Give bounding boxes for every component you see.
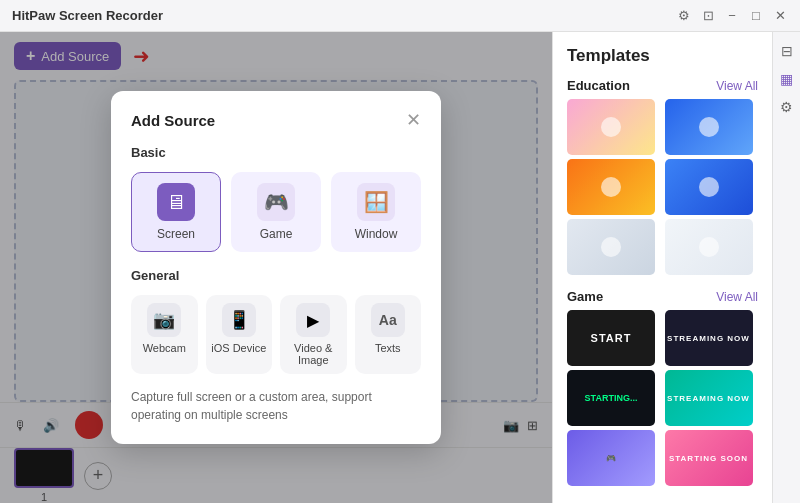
modal-close-button[interactable]: ✕ [406, 111, 421, 129]
game-text-4: STREAMING NOW [667, 394, 750, 403]
ios-label: iOS Device [211, 342, 266, 354]
education-section-header: Education View All [553, 72, 772, 97]
texts-icon: Aa [371, 303, 405, 337]
multiwindow-icon[interactable]: ⊡ [700, 8, 716, 24]
game-template-4[interactable]: STREAMING NOW [665, 370, 753, 426]
game-template-grid: START STREAMING NOW STARTING... STREAMIN… [553, 308, 772, 494]
source-item-ios[interactable]: 📱 iOS Device [206, 295, 273, 374]
source-item-webcam[interactable]: 📷 Webcam [131, 295, 198, 374]
game-label: Game [260, 227, 293, 241]
modal-overlay: Add Source ✕ Basic 🖥 Screen 🎮 Game 🪟 [0, 32, 552, 503]
close-icon[interactable]: ✕ [772, 8, 788, 24]
maximize-icon[interactable]: □ [748, 8, 764, 24]
screen-icon: 🖥 [157, 183, 195, 221]
game-section-header: Game View All [553, 283, 772, 308]
education-template-1[interactable] [567, 99, 655, 155]
game-template-6[interactable]: STARTING SOON [665, 430, 753, 486]
education-template-6[interactable] [665, 219, 753, 275]
tool-layers-button[interactable]: ⊟ [776, 40, 798, 62]
general-section-label: General [131, 268, 421, 283]
game-text-2: STREAMING NOW [667, 334, 750, 343]
game-text-1: START [591, 332, 632, 344]
source-item-texts[interactable]: Aa Texts [355, 295, 422, 374]
settings-icon[interactable]: ⚙ [676, 8, 692, 24]
source-item-screen[interactable]: 🖥 Screen [131, 172, 221, 252]
education-template-5[interactable] [567, 219, 655, 275]
education-template-2[interactable] [665, 99, 753, 155]
window-controls: ⚙ ⊡ − □ ✕ [676, 8, 788, 24]
texts-label: Texts [375, 342, 401, 354]
game-text-3: STARTING... [585, 393, 638, 403]
basic-section-label: Basic [131, 145, 421, 160]
window-label: Window [355, 227, 398, 241]
game-template-2[interactable]: STREAMING NOW [665, 310, 753, 366]
source-item-game[interactable]: 🎮 Game [231, 172, 321, 252]
modal-header: Add Source ✕ [131, 111, 421, 129]
game-section-title: Game [567, 289, 603, 304]
templates-title: Templates [553, 32, 772, 72]
modal-description: Capture full screen or a custom area, su… [131, 388, 421, 424]
basic-source-grid: 🖥 Screen 🎮 Game 🪟 Window [131, 172, 421, 252]
main-layout: + Add Source ➜ Add 🎙 🔊 📶 📷 [0, 32, 800, 503]
source-item-window[interactable]: 🪟 Window [331, 172, 421, 252]
game-text-5: 🎮 [606, 454, 617, 463]
game-template-1[interactable]: START [567, 310, 655, 366]
education-view-all-button[interactable]: View All [716, 79, 758, 93]
video-icon: ▶ [296, 303, 330, 337]
titlebar: HitPaw Screen Recorder ⚙ ⊡ − □ ✕ [0, 0, 800, 32]
game-text-6: STARTING SOON [669, 454, 748, 463]
education-template-grid [553, 97, 772, 283]
modal-title: Add Source [131, 112, 215, 129]
general-source-grid: 📷 Webcam 📱 iOS Device ▶ Video & Image Aa… [131, 295, 421, 374]
ios-icon: 📱 [222, 303, 256, 337]
source-item-video[interactable]: ▶ Video & Image [280, 295, 347, 374]
game-icon: 🎮 [257, 183, 295, 221]
templates-panel: Templates Education View All [552, 32, 772, 503]
webcam-icon: 📷 [147, 303, 181, 337]
screen-label: Screen [157, 227, 195, 241]
tools-panel: ⊟ ▦ ⚙ [772, 32, 800, 503]
webcam-label: Webcam [143, 342, 186, 354]
window-icon: 🪟 [357, 183, 395, 221]
minimize-icon[interactable]: − [724, 8, 740, 24]
app-title: HitPaw Screen Recorder [12, 8, 163, 23]
education-template-3[interactable] [567, 159, 655, 215]
tool-templates-button[interactable]: ▦ [776, 68, 798, 90]
game-template-5[interactable]: 🎮 [567, 430, 655, 486]
game-template-3[interactable]: STARTING... [567, 370, 655, 426]
left-area: + Add Source ➜ Add 🎙 🔊 📶 📷 [0, 32, 552, 503]
video-label: Video & Image [284, 342, 343, 366]
education-section-title: Education [567, 78, 630, 93]
education-template-4[interactable] [665, 159, 753, 215]
game-view-all-button[interactable]: View All [716, 290, 758, 304]
tool-settings-button[interactable]: ⚙ [776, 96, 798, 118]
add-source-modal: Add Source ✕ Basic 🖥 Screen 🎮 Game 🪟 [111, 91, 441, 444]
